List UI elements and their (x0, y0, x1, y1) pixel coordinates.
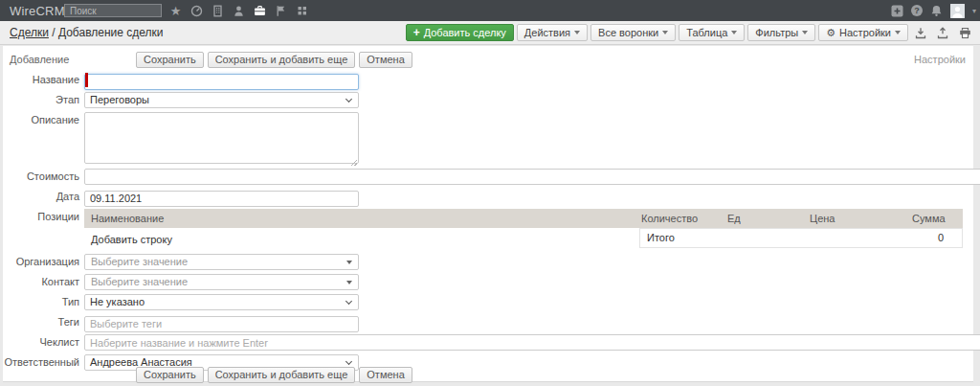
funnels-dropdown-button[interactable]: Все воронки (590, 24, 676, 41)
top-right-icons: ? ▾ (891, 0, 976, 21)
cost-input[interactable] (84, 169, 980, 185)
contact-label: Контакт (3, 274, 79, 290)
field-row-name: Название (3, 72, 973, 90)
actions-dropdown-button[interactable]: Действия (517, 24, 588, 41)
settings-label: Настройки (839, 27, 891, 38)
funnels-label: Все воронки (598, 27, 658, 38)
stage-label: Этап (3, 92, 79, 108)
chevron-down-icon (346, 261, 352, 264)
checklist-input[interactable] (84, 334, 980, 351)
user-avatar[interactable] (950, 4, 965, 18)
name-input[interactable] (84, 74, 359, 90)
print-button[interactable] (955, 24, 975, 41)
table-view-label: Таблица (686, 27, 727, 38)
save-and-add-button[interactable]: Сохранить и добавить еще (208, 367, 356, 383)
positions-table-header: Наименование Количество Ед Цена Сумма (84, 209, 963, 228)
add-row-link[interactable]: Добавить строку (91, 234, 172, 245)
name-label: Название (3, 72, 79, 88)
help-icon[interactable]: ? (911, 5, 923, 16)
favorites-star-icon[interactable]: ★ (169, 5, 182, 17)
chevron-down-icon (345, 96, 352, 102)
organization-combobox[interactable]: Выберите значение (84, 254, 359, 270)
chevron-down-icon (574, 31, 580, 34)
contact-combobox[interactable]: Выберите значение (84, 274, 359, 290)
chevron-down-icon (731, 31, 737, 34)
date-label: Дата (3, 189, 79, 205)
filters-dropdown-button[interactable]: Фильтры (747, 24, 815, 41)
checklist-label: Чеклист (3, 334, 79, 351)
column-header-price: Цена (810, 209, 912, 228)
breadcrumb-toolbar-bar: Сделки / Добавление сделки + Добавить сд… (0, 21, 980, 45)
import-download-button[interactable] (911, 24, 930, 41)
table-view-dropdown-button[interactable]: Таблица (679, 24, 745, 41)
user-menu-caret-icon[interactable]: ▾ (972, 7, 976, 15)
name-required-marker (84, 72, 359, 90)
cancel-button[interactable]: Отмена (359, 367, 412, 383)
top-navbar: WireCRM ★ ? ▾ (0, 0, 980, 21)
column-header-unit: Ед (727, 209, 810, 228)
upload-icon (937, 27, 948, 39)
responsible-label: Ответственный (3, 354, 79, 371)
cost-label: Стоимость (3, 169, 79, 185)
apps-grid-icon[interactable] (296, 5, 308, 17)
date-input[interactable] (84, 191, 359, 207)
column-header-quantity: Количество (641, 209, 727, 228)
breadcrumb-separator: / (52, 26, 55, 39)
chevron-down-icon (895, 31, 901, 34)
column-header-sum: Сумма (912, 209, 963, 228)
chevron-down-icon (345, 358, 352, 365)
total-label: Итого (647, 229, 675, 247)
organizations-building-icon[interactable] (212, 5, 224, 17)
form-header-buttons: Сохранить Сохранить и добавить еще Отмен… (136, 52, 412, 68)
save-button[interactable]: Сохранить (136, 52, 204, 68)
description-textarea[interactable] (84, 112, 359, 164)
settings-dropdown-button[interactable]: ⚙ Настройки (818, 24, 908, 41)
column-header-name: Наименование (84, 209, 641, 228)
contacts-person-icon[interactable] (233, 5, 245, 17)
chevron-down-icon (346, 281, 352, 284)
stage-value: Переговоры (90, 94, 149, 105)
tags-label: Теги (3, 314, 79, 330)
add-deal-button[interactable]: + Добавить сделку (406, 24, 514, 41)
organization-label: Организация (3, 254, 79, 270)
top-nav-icons: ★ (169, 0, 308, 21)
plus-icon: + (413, 26, 420, 39)
export-upload-button[interactable] (933, 24, 952, 41)
breadcrumb: Сделки / Добавление сделки (10, 21, 164, 44)
positions-label: Позиции (3, 209, 79, 225)
dashboard-gauge-icon[interactable] (190, 5, 203, 17)
cancel-button[interactable]: Отмена (359, 52, 412, 68)
total-value: 0 (938, 229, 944, 247)
type-value: Не указано (90, 296, 145, 307)
actions-label: Действия (524, 27, 570, 38)
type-select[interactable]: Не указано (84, 294, 359, 310)
form-footer-buttons: Сохранить Сохранить и добавить еще Отмен… (136, 367, 412, 383)
deals-toolbar: + Добавить сделку Действия Все воронки Т… (406, 24, 975, 41)
add-deal-label: Добавить сделку (424, 27, 506, 38)
breadcrumb-deals-link[interactable]: Сделки (10, 26, 49, 39)
positions-total-row: Итого 0 (639, 228, 963, 248)
tasks-flag-icon[interactable] (275, 5, 287, 17)
form-settings-link[interactable]: Настройки (914, 54, 966, 65)
global-search-input[interactable] (64, 4, 162, 17)
save-button[interactable]: Сохранить (136, 367, 204, 383)
deals-briefcase-icon[interactable] (254, 5, 266, 17)
form-title: Добавление (10, 54, 69, 65)
chevron-down-icon (802, 31, 808, 34)
notifications-bell-icon[interactable] (930, 5, 943, 17)
description-label: Описание (3, 112, 79, 128)
quick-add-plus-icon[interactable] (891, 5, 903, 17)
app-logo[interactable]: WireCRM (10, 4, 65, 18)
field-row-description: Описание (3, 112, 973, 168)
chevron-down-icon (345, 298, 352, 305)
breadcrumb-current: Добавление сделки (58, 26, 164, 39)
tags-input[interactable] (84, 316, 359, 332)
gear-icon: ⚙ (826, 27, 835, 39)
save-and-add-button[interactable]: Сохранить и добавить еще (208, 52, 356, 68)
type-label: Тип (3, 294, 79, 310)
organization-placeholder: Выберите значение (91, 256, 188, 267)
chevron-down-icon (662, 31, 668, 34)
add-deal-form-panel: Добавление Сохранить Сохранить и добавит… (3, 46, 973, 382)
stage-select[interactable]: Переговоры (84, 92, 359, 108)
filters-label: Фильтры (755, 27, 798, 38)
